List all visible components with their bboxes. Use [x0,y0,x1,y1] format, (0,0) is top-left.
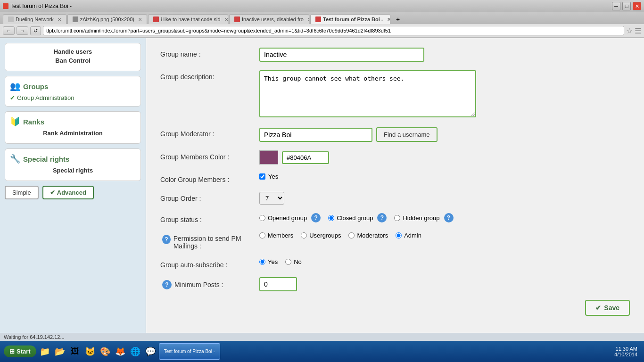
close-button[interactable]: ✕ [633,2,641,10]
radio-auto-yes: Yes [259,258,278,265]
advanced-button[interactable]: ✔ Advanced [42,186,94,199]
find-username-button[interactable]: Find a username [376,127,438,142]
radio-opened: Opened group ? [259,213,321,222]
browser-favicon [3,3,8,9]
radio-auto-no-input[interactable] [285,259,291,265]
radio-members: Members [259,232,293,239]
group-order-select[interactable]: 12345678910 [259,192,284,205]
color-members-checkbox[interactable] [259,173,265,180]
pm-label-area: ? Permission to send PM Mailings : [160,232,259,250]
radio-closed: Closed group ? [328,213,387,222]
hidden-label: Hidden group [403,214,439,222]
min-posts-input[interactable] [259,277,297,291]
save-button[interactable]: ✔ Save [585,300,630,316]
radio-admin-input[interactable] [396,232,402,239]
pm-row: ? Permission to send PM Mailings : Membe… [160,232,630,250]
view-buttons: Simple ✔ Advanced [5,186,141,199]
tab-active[interactable]: Test forum of Pizza Boi - ✕ [310,14,390,24]
simple-button[interactable]: Simple [5,186,39,199]
auto-yes-label: Yes [268,258,278,265]
checkmark-icon: ✔ [10,94,15,101]
special-icon: 🔧 [10,154,20,164]
radio-hidden-input[interactable] [394,215,400,221]
save-row: ✔ Save [160,300,630,316]
group-status-row: Group status : Opened group ? Closed gro… [160,213,630,223]
radio-opened-input[interactable] [259,215,265,221]
save-check-icon: ✔ [595,304,601,312]
color-members-label: Color Group Members : [160,173,259,183]
sidebar-item-rank-admin[interactable]: Rank Administration [10,130,136,137]
auto-subscribe-control: Yes No [259,258,630,265]
forward-button[interactable]: → [17,26,28,35]
min-posts-help-button[interactable]: ? [162,280,172,289]
minimize-button[interactable]: ─ [612,2,620,10]
group-order-label: Group Order : [160,192,259,202]
tab-img[interactable]: zAizhKg.png (500×200) ✕ [67,14,147,24]
radio-members-input[interactable] [259,232,265,239]
sidebar-item-group-admin[interactable]: ✔ Group Administration [10,94,136,101]
tab-close-fm2[interactable]: ✕ [307,17,309,22]
auto-no-label: No [294,258,302,265]
reload-button[interactable]: ↺ [30,26,41,35]
sidebar-special-title: 🔧 Special rights [10,154,136,164]
star-icon[interactable]: ☆ [626,26,633,35]
sidebar-item-handle-users[interactable]: Handle users [10,48,136,55]
auto-subscribe-label: Group auto-subscribe : [160,258,259,269]
ranks-icon: 🔰 [10,116,20,127]
hidden-help-button[interactable]: ? [444,213,454,222]
group-moderator-row: Group Moderator : Find a username [160,127,630,142]
tab-close-active[interactable]: ✕ [387,17,390,22]
color-swatch[interactable] [259,150,278,165]
radio-moderators-input[interactable] [348,232,355,239]
group-moderator-input[interactable] [259,128,372,142]
group-description-textarea[interactable]: This group cannot see what others see. [259,70,476,117]
group-status-control: Opened group ? Closed group ? Hidden gro… [259,213,630,222]
pm-help-button[interactable]: ? [162,235,171,244]
group-moderator-label: Group Moderator : [160,127,259,138]
group-name-label: Group name : [160,48,259,58]
radio-usergroups-input[interactable] [301,232,307,239]
group-name-input[interactable] [259,48,424,62]
pm-label: Permission to send PM Mailings : [173,235,259,250]
back-button[interactable]: ← [3,26,15,35]
title-bar: Test forum of Pizza Boi - ─ □ ✕ [0,0,644,12]
tab-fm2[interactable]: Inactive users, disabled fro ✕ [229,14,309,24]
group-status-label: Group status : [160,213,259,223]
sidebar-ranks-title: 🔰 Ranks [10,116,136,127]
color-members-row: Color Group Members : Yes [160,173,630,183]
tab-favicon-active [315,16,321,22]
browser-chrome: Test forum of Pizza Boi - ─ □ ✕ Dueling … [0,0,644,38]
pm-moderators-label: Moderators [357,232,388,239]
sidebar-item-special-rights[interactable]: Special rights [10,167,136,174]
tab-close-img[interactable]: ✕ [138,17,142,22]
url-input[interactable] [43,26,624,35]
radio-closed-input[interactable] [328,215,334,221]
sidebar-section-groups: 👥 Groups ✔ Group Administration [5,76,141,107]
content-area: Group name : Group description: This gro… [146,38,644,334]
group-color-row: Group Members Color : [160,150,630,165]
sidebar-item-ban-control[interactable]: Ban Control [10,57,136,64]
radio-auto-yes-input[interactable] [259,259,265,265]
radio-auto-no: No [285,258,302,265]
closed-help-button[interactable]: ? [377,213,387,222]
sidebar: Handle users Ban Control 👥 Groups ✔ Grou… [0,38,146,334]
tab-close-dn[interactable]: ✕ [58,17,61,22]
maximize-button[interactable]: □ [622,2,631,10]
color-hex-input[interactable] [282,151,329,164]
new-tab-button[interactable]: + [393,15,403,24]
tab-dn[interactable]: Dueling Network ✕ [3,14,66,24]
tab-favicon-img [73,16,78,22]
closed-label: Closed group [337,214,373,222]
opened-help-button[interactable]: ? [311,213,321,222]
group-color-label: Group Members Color : [160,150,259,161]
tab-close-fm1[interactable]: ✕ [224,17,228,22]
groups-icon: 👥 [10,81,20,91]
group-description-control: This group cannot see what others see. [259,70,630,119]
sidebar-section-special: 🔧 Special rights Special rights [5,148,141,181]
min-posts-label-area: ? Minimum Posts : [160,277,259,289]
tab-fm1[interactable]: i like to have that code sid ✕ [148,14,228,24]
address-bar: ← → ↺ ☆ ☰ [0,24,644,38]
group-description-row: Group description: This group cannot see… [160,70,630,119]
menu-icon[interactable]: ☰ [635,26,641,35]
group-order-row: Group Order : 12345678910 [160,192,630,205]
